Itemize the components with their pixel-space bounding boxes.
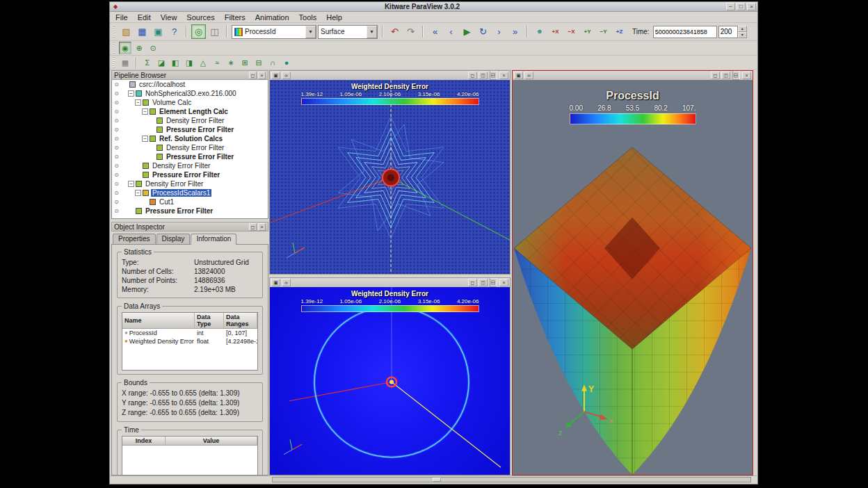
maximize-button[interactable]: □: [737, 3, 746, 10]
camera-minus-x-icon[interactable]: −X: [564, 24, 579, 39]
dock-float-icon[interactable]: ◻: [249, 223, 257, 231]
pipeline-item[interactable]: ⊙ − Ref. Solution Calcs: [112, 134, 268, 143]
pipeline-item-selected[interactable]: ⊙ − ProcessIdScalars1: [112, 188, 268, 197]
dock-close-icon[interactable]: ×: [258, 223, 266, 231]
pipeline-browser-header[interactable]: Pipeline Browser ◻ ×: [111, 70, 268, 80]
tab-display[interactable]: Display: [156, 234, 191, 244]
vcr-next-icon[interactable]: ›: [492, 24, 506, 39]
warp-filter-icon[interactable]: ∩: [266, 56, 279, 69]
frame-spinner[interactable]: ▴ ▾: [718, 26, 747, 38]
table-row[interactable]: ●ProcessId int [0, 107]: [122, 329, 257, 337]
split-vertical-icon[interactable]: ◫: [490, 278, 497, 287]
eye-icon[interactable]: ⊙: [112, 81, 121, 88]
view-camera-icon[interactable]: ▣: [271, 279, 280, 286]
zoom-select-icon[interactable]: ◎: [191, 24, 206, 39]
select-cells-icon[interactable]: ◫: [207, 24, 222, 39]
view-link-icon[interactable]: ∞: [282, 279, 291, 286]
save-icon[interactable]: ▦: [135, 24, 150, 39]
eye-icon[interactable]: ⊙: [112, 127, 121, 133]
pipeline-item[interactable]: ⊙ − Volume Calc: [112, 98, 268, 107]
probe-filter-icon[interactable]: ●: [280, 56, 293, 69]
contour-filter-icon[interactable]: △: [197, 56, 209, 69]
camera-plus-x-icon[interactable]: +X: [548, 24, 563, 39]
split-horizontal-icon[interactable]: ◫: [479, 279, 488, 286]
view-close-icon[interactable]: ×: [499, 72, 508, 79]
threshold-filter-icon[interactable]: ◨: [183, 56, 195, 69]
eye-icon[interactable]: ⊙: [112, 181, 121, 187]
screenshot-icon[interactable]: ▣: [151, 24, 166, 39]
chevron-down-icon[interactable]: ▾: [367, 26, 377, 38]
split-vertical-icon[interactable]: ◫: [732, 71, 740, 80]
spin-down-icon[interactable]: ▾: [738, 32, 747, 38]
pipeline-item[interactable]: ⊙ Density Error Filter: [112, 161, 268, 170]
menu-sources[interactable]: Sources: [186, 13, 214, 22]
tab-information[interactable]: Information: [191, 234, 236, 245]
color-by-dropdown[interactable]: ProcessId ▾: [232, 25, 316, 39]
table-row[interactable]: ●Weighted Density Error float [4.22498e-…: [122, 337, 257, 345]
vcr-loop-icon[interactable]: ↻: [476, 24, 490, 39]
show-center-icon[interactable]: ◉: [119, 42, 131, 54]
collapse-icon[interactable]: −: [142, 108, 148, 115]
render-view-right-active[interactable]: ▣ ∞ ◻ ◫ ◫ ×: [512, 70, 753, 475]
undo-icon[interactable]: ↶: [387, 24, 402, 39]
collapse-icon[interactable]: −: [142, 136, 148, 142]
progress-bar[interactable]: [272, 477, 751, 482]
pipeline-item[interactable]: ⊙ Pressure Error Filter: [112, 152, 268, 161]
pipeline-item[interactable]: ⊙ − Element Length Calc: [112, 107, 268, 116]
time-table[interactable]: Index Value: [122, 436, 258, 475]
view-close-icon[interactable]: ×: [742, 72, 751, 79]
pipeline-item[interactable]: ⊙ Cut1: [112, 197, 268, 206]
viewport-processid-surface[interactable]: Y x z ProcessId 0.00 26.: [513, 80, 753, 475]
camera-plus-y-icon[interactable]: +Y: [580, 24, 595, 39]
vcr-previous-icon[interactable]: ‹: [444, 24, 458, 39]
data-arrays-table[interactable]: Name Data Type Data Ranges ●ProcessId in…: [122, 312, 258, 371]
eye-icon[interactable]: ⊙: [112, 136, 121, 142]
help-icon[interactable]: ?: [167, 24, 182, 39]
pipeline-item[interactable]: ⊙ Pressure Error Filter: [112, 125, 268, 134]
view-undock-icon[interactable]: ◻: [711, 72, 720, 79]
view-link-icon[interactable]: ∞: [524, 72, 533, 79]
viewport-density-slice[interactable]: Weighted Density Error 1.39e-12 1.05e-06…: [270, 287, 510, 475]
pipeline-item[interactable]: ⊙ − Density Error Filter: [112, 179, 268, 188]
pipeline-item-server[interactable]: ⊙ csrc://localhost: [112, 80, 268, 89]
eye-icon[interactable]: ⊙: [112, 90, 121, 97]
menu-filters[interactable]: Filters: [225, 13, 246, 22]
collapse-icon[interactable]: −: [128, 90, 134, 97]
menu-file[interactable]: File: [115, 13, 128, 22]
spreadsheet-icon[interactable]: ▦: [119, 56, 131, 69]
reset-center-icon[interactable]: ⊙: [147, 42, 159, 54]
menu-animation[interactable]: Animation: [255, 13, 289, 22]
viewport-density-mesh[interactable]: Weighted Density Error 1.39e-12 1.05e-06…: [270, 80, 510, 274]
eye-icon[interactable]: ⊙: [112, 108, 121, 115]
vcr-last-icon[interactable]: »: [508, 24, 522, 39]
split-vertical-icon[interactable]: ◫: [490, 71, 497, 80]
collapse-icon[interactable]: −: [128, 181, 134, 187]
camera-plus-z-icon[interactable]: +Z: [612, 24, 627, 39]
pipeline-item[interactable]: ⊙ Pressure Error Filter: [112, 170, 268, 179]
view-undock-icon[interactable]: ◻: [468, 279, 477, 286]
group-datasets-icon[interactable]: ⊞: [239, 56, 251, 69]
menu-tools[interactable]: Tools: [299, 13, 317, 22]
open-icon[interactable]: ▨: [119, 24, 134, 39]
dock-close-icon[interactable]: ×: [258, 72, 266, 79]
eye-icon[interactable]: ⊙: [112, 190, 121, 196]
representation-dropdown[interactable]: Surface ▾: [318, 25, 378, 39]
toolbar-grip[interactable]: [113, 57, 115, 68]
glyph-filter-icon[interactable]: ∗: [225, 56, 237, 69]
chevron-down-icon[interactable]: ▾: [305, 26, 316, 38]
calculator-icon[interactable]: Σ: [141, 56, 154, 69]
render-view-bottom[interactable]: ▣ ∞ ◻ ◫ ◫ ×: [269, 277, 511, 475]
pipeline-item[interactable]: ⊙ Density Error Filter: [112, 116, 268, 125]
column-header-ranges[interactable]: Data Ranges: [224, 313, 257, 328]
view-camera-icon[interactable]: ▣: [514, 72, 523, 79]
split-horizontal-icon[interactable]: ◫: [721, 72, 730, 79]
minimize-button[interactable]: −: [726, 3, 735, 10]
toolbar-grip[interactable]: [113, 42, 115, 54]
redo-icon[interactable]: ↷: [403, 24, 418, 39]
column-header-name[interactable]: Name: [122, 313, 195, 328]
split-horizontal-icon[interactable]: ◫: [479, 72, 488, 79]
view-camera-icon[interactable]: ▣: [271, 72, 280, 79]
eye-icon[interactable]: ⊙: [112, 117, 121, 124]
progress-handle[interactable]: [433, 478, 441, 482]
menu-view[interactable]: View: [161, 13, 177, 22]
